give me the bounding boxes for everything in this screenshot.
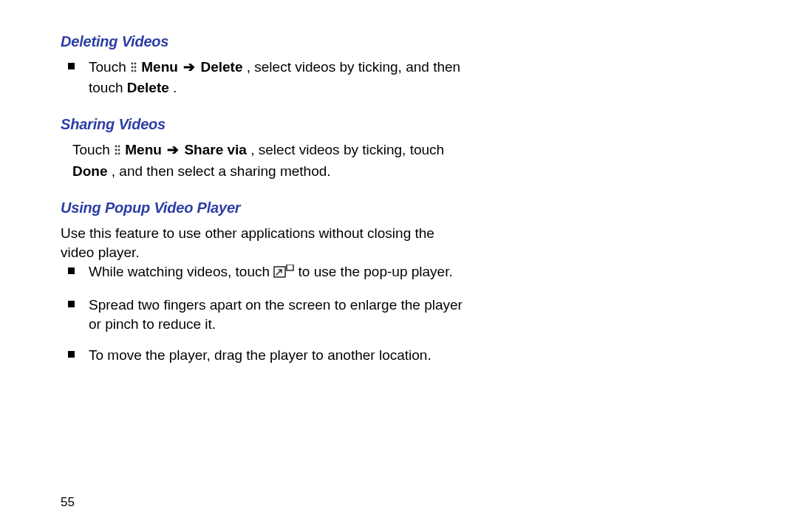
text-post: , and then select a sharing method. xyxy=(112,163,331,179)
text-pre: Touch xyxy=(89,59,130,75)
share-via-word: Share via xyxy=(184,142,247,157)
delete-word-2: Delete xyxy=(127,80,169,95)
text-post: to use the pop-up player. xyxy=(299,264,453,279)
svg-point-2 xyxy=(132,66,134,69)
svg-point-11 xyxy=(118,153,120,155)
text-mid: , select videos by ticking, touch xyxy=(250,142,444,157)
menu-word: Menu xyxy=(141,59,178,75)
svg-point-5 xyxy=(134,70,137,72)
page-number: 55 xyxy=(61,495,75,510)
arrow-icon: ➔ xyxy=(166,140,180,160)
menu-icon xyxy=(130,59,137,78)
svg-rect-13 xyxy=(287,265,293,270)
svg-point-0 xyxy=(132,63,134,65)
text-pre: Touch xyxy=(72,142,114,157)
menu-icon xyxy=(114,142,121,161)
popup-intro: Use this feature to use other applicatio… xyxy=(61,224,471,262)
popup-icon xyxy=(273,264,294,283)
svg-point-7 xyxy=(118,146,120,148)
text-post: . xyxy=(173,80,177,95)
popup-item-2: Spread two fingers apart on the screen t… xyxy=(89,296,471,334)
svg-point-10 xyxy=(115,153,117,155)
popup-list: While watching videos, touch to use the … xyxy=(61,262,471,365)
deleting-item: Touch Menu ➔ Delete xyxy=(89,58,471,98)
svg-point-9 xyxy=(118,149,120,151)
svg-point-1 xyxy=(134,63,137,65)
popup-item-1: While watching videos, touch to use the … xyxy=(89,262,471,283)
done-word: Done xyxy=(72,163,108,179)
text-pre: While watching videos, touch xyxy=(89,264,273,279)
heading-deleting-videos: Deleting Videos xyxy=(61,33,471,50)
deleting-list: Touch Menu ➔ Delete xyxy=(61,58,471,98)
svg-point-6 xyxy=(115,146,117,148)
svg-point-4 xyxy=(132,70,134,72)
sharing-paragraph: Touch Menu ➔ Share via , select videos b… xyxy=(61,140,471,180)
popup-item-3: To move the player, drag the player to a… xyxy=(89,346,471,365)
manual-page: Deleting Videos Touch Menu xyxy=(0,0,798,532)
arrow-icon: ➔ xyxy=(182,58,197,77)
svg-point-3 xyxy=(134,66,137,69)
heading-sharing-videos: Sharing Videos xyxy=(61,115,471,133)
heading-popup-player: Using Popup Video Player xyxy=(61,199,471,216)
delete-word: Delete xyxy=(200,59,242,75)
svg-point-8 xyxy=(115,149,117,151)
content-column: Deleting Videos Touch Menu xyxy=(61,33,471,365)
menu-word: Menu xyxy=(125,142,162,157)
